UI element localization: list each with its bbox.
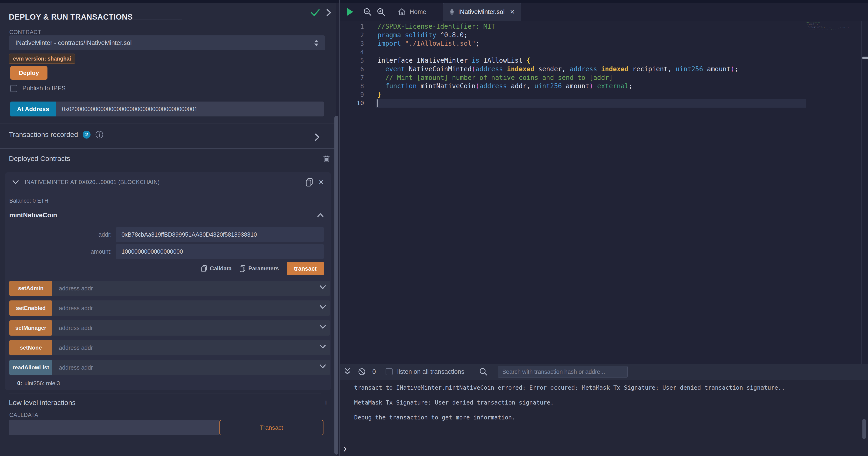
contract-balance: Balance: 0 ETH [9, 198, 49, 204]
at-address-button[interactable]: At Address [10, 102, 56, 116]
editor-minimap[interactable]: //SPDX-License-Identifier: MITpragma sol… [806, 22, 862, 50]
at-address-row: At Address 0x020000000000000000000000000… [10, 102, 324, 116]
title-underline [9, 20, 182, 20]
copy-calldata-button[interactable]: Calldata [201, 265, 231, 272]
info-icon[interactable] [95, 131, 103, 139]
function-button-setEnabled[interactable]: setEnabled [9, 301, 52, 316]
code-line-6[interactable]: event NativeCoinMinted(address indexed s… [376, 65, 806, 74]
remove-contract-icon[interactable]: ✕ [318, 178, 324, 186]
expand-function-chevron-icon[interactable] [319, 344, 326, 349]
low-level-info-icon[interactable]: i [325, 399, 327, 406]
parameters-copy-label: Parameters [248, 265, 279, 272]
expand-function-chevron-icon[interactable] [319, 364, 326, 369]
line-number: 1 [340, 22, 376, 31]
run-script-play-icon[interactable] [346, 7, 354, 16]
code-line-3[interactable]: import "./IAllowList.sol"; [376, 39, 806, 48]
deploy-button[interactable]: Deploy [10, 66, 48, 80]
function-button-setNone[interactable]: setNone [9, 340, 52, 355]
code-editor[interactable]: 12345678910 //SPDX-License-Identifier: M… [340, 21, 868, 364]
contract-card-title: INATIVEMINTER AT 0X020...00001 (BLOCKCHA… [25, 179, 300, 186]
contract-select[interactable]: INativeMinter - contracts/INativeMinter.… [9, 35, 325, 50]
function-collapse-chevron-up-icon[interactable] [317, 213, 324, 218]
clear-console-ban-icon[interactable] [358, 368, 366, 376]
copy-address-icon[interactable] [306, 178, 313, 187]
panel-collapse-chevron-icon[interactable] [326, 8, 332, 17]
clear-deployed-trash-icon[interactable] [323, 154, 330, 163]
code-line-1[interactable]: //SPDX-License-Identifier: MIT [376, 22, 806, 31]
line-number: 10 [340, 99, 376, 108]
calldata-input[interactable] [9, 420, 219, 435]
code-line-10[interactable] [376, 99, 806, 108]
function-row-setEnabled: setEnabledaddress addr [9, 301, 330, 316]
line-number: 2 [340, 31, 376, 39]
transactions-recorded-label: Transactions recorded [9, 131, 78, 139]
terminal-scrollbar-thumb[interactable] [862, 419, 866, 439]
line-number: 9 [340, 91, 376, 99]
publish-ipfs-label: Publish to IPFS [22, 85, 66, 92]
publish-ipfs-checkbox[interactable] [10, 85, 17, 92]
line-number: 5 [340, 56, 376, 65]
function-button-setManager[interactable]: setManager [9, 320, 52, 336]
tab-home[interactable]: Home [392, 3, 432, 21]
expand-function-chevron-icon[interactable] [319, 305, 326, 309]
text-cursor [377, 99, 378, 107]
deployed-contracts-title: Deployed Contracts [9, 154, 70, 163]
panel-scrollbar-thumb[interactable] [334, 116, 338, 455]
terminal-search-input[interactable]: Search with transaction hash or addre... [498, 366, 628, 378]
function-input-setEnabled[interactable]: address addr [52, 301, 330, 316]
copy-parameters-button[interactable]: Parameters [240, 265, 279, 272]
transactions-expand-chevron-icon[interactable] [315, 133, 320, 141]
zoom-out-icon[interactable] [363, 7, 372, 16]
evm-version-badge: evm version: shanghai [9, 54, 75, 64]
compile-success-check-icon[interactable] [311, 9, 320, 17]
at-address-input[interactable]: 0x02000000000000000000000000000000000000… [56, 102, 324, 116]
zoom-in-icon[interactable] [376, 7, 385, 16]
line-number: 6 [340, 65, 376, 74]
function-row-readAllowList: readAllowListaddress addr [9, 360, 330, 375]
contract-select-value: INativeMinter - contracts/INativeMinter.… [16, 39, 132, 47]
function-field-addr: addr:0xB78cbAa319ffBD899951AA30D4320f581… [5, 227, 324, 242]
terminal-prompt[interactable]: ❯ [343, 445, 347, 453]
function-input-readAllowList[interactable]: address addr [52, 360, 330, 375]
editor-code-lines[interactable]: //SPDX-License-Identifier: MITpragma sol… [376, 22, 806, 108]
function-return-output: 0:uint256: role 3 [17, 380, 60, 387]
line-number: 3 [340, 39, 376, 48]
field-input[interactable]: 1000000000000000000 [116, 244, 324, 259]
code-line-5[interactable]: interface INativeMinter is IAllowList { [376, 56, 806, 65]
low-level-transact-button[interactable]: Transact [219, 420, 323, 435]
listen-transactions-checkbox[interactable] [385, 368, 393, 375]
function-button-readAllowList[interactable]: readAllowList [9, 360, 52, 375]
editor-tab-bar: Home INativeMinter.sol ✕ [340, 3, 868, 21]
tab-inativeminter[interactable]: INativeMinter.sol ✕ [443, 3, 521, 21]
function-input-setManager[interactable]: address addr [52, 320, 330, 336]
deploy-run-panel: DEPLOY & RUN TRANSACTIONS CONTRACT INati… [0, 3, 336, 456]
tab-close-icon[interactable]: ✕ [510, 8, 515, 16]
terminal-collapse-double-chevron-icon[interactable] [344, 368, 351, 376]
expand-function-chevron-icon[interactable] [319, 324, 326, 329]
tab-inativeminter-label: INativeMinter.sol [458, 8, 505, 16]
code-line-9[interactable]: } [376, 91, 806, 99]
publish-ipfs-row: Publish to IPFS [10, 85, 66, 92]
code-line-8[interactable]: function mintNativeCoin(address addr, ui… [376, 82, 806, 91]
deployed-contract-card: INATIVEMINTER AT 0X020...00001 (BLOCKCHA… [5, 172, 331, 390]
editor-gutter: 12345678910 [340, 22, 376, 108]
code-line-7[interactable]: // Mint [amount] number of native coins … [376, 74, 806, 82]
pending-tx-count: 0 [372, 368, 376, 375]
function-input-setAdmin[interactable]: address addr [52, 281, 330, 296]
code-line-2[interactable]: pragma solidity ^0.8.0; [376, 31, 806, 39]
function-field-amount: amount:1000000000000000000 [5, 244, 324, 259]
function-input-setNone[interactable]: address addr [52, 340, 330, 355]
solidity-file-icon [450, 8, 455, 16]
field-input[interactable]: 0xB78cbAa319ffBD899951AA30D4320f58189383… [116, 227, 324, 242]
field-label: amount: [5, 248, 116, 255]
contract-label: CONTRACT [9, 29, 41, 35]
contract-card-header[interactable]: INATIVEMINTER AT 0X020...00001 (BLOCKCHA… [5, 172, 331, 192]
expand-function-chevron-icon[interactable] [319, 285, 326, 289]
overview-ruler-marker [862, 57, 868, 59]
terminal-log-line: MetaMask Tx Signature: User denied trans… [354, 399, 554, 406]
card-collapse-chevron-icon[interactable] [12, 180, 19, 184]
transactions-recorded-row[interactable]: Transactions recorded 2 [9, 131, 103, 139]
function-button-setAdmin[interactable]: setAdmin [9, 281, 52, 296]
code-line-4[interactable] [376, 48, 806, 57]
transact-button[interactable]: transact [287, 262, 324, 275]
